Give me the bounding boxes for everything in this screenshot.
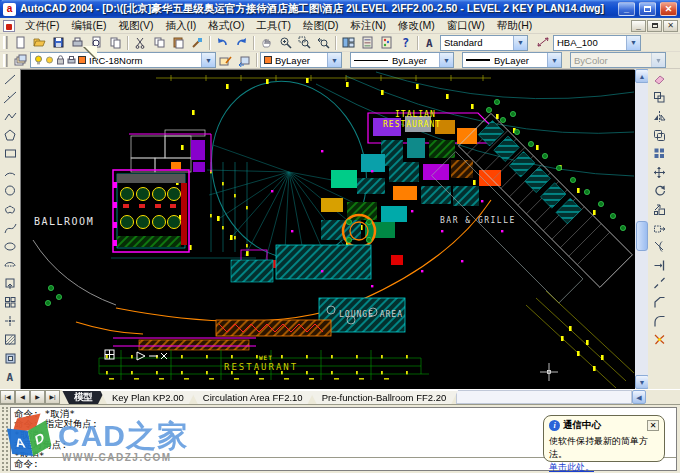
spline-icon[interactable]	[1, 219, 20, 238]
scroll-down-icon[interactable]: ▼	[635, 375, 649, 389]
mtext-icon[interactable]: A	[1, 368, 20, 387]
next-tab-icon[interactable]: ▶	[30, 390, 45, 404]
menu-window[interactable]: 窗口(W)	[441, 18, 491, 34]
undo-icon[interactable]	[213, 35, 232, 51]
lineweight-combo[interactable]: ByLayer ▼	[462, 52, 562, 68]
zoom-previous-icon[interactable]	[314, 35, 333, 51]
explode-icon[interactable]	[650, 330, 669, 349]
properties-icon[interactable]	[358, 35, 377, 51]
child-minimize-icon[interactable]: _	[631, 20, 646, 32]
stretch-icon[interactable]	[650, 219, 669, 238]
tab-model[interactable]: 模型	[62, 390, 105, 404]
pan-icon[interactable]	[257, 35, 276, 51]
vertical-scroll-thumb[interactable]	[636, 221, 648, 251]
tab-circulation-area[interactable]: Circulation Area FF2.10	[191, 390, 315, 404]
menu-modify[interactable]: 修改(M)	[392, 18, 441, 34]
ellipse-arc-icon[interactable]	[1, 256, 20, 275]
menu-format[interactable]: 格式(O)	[202, 18, 250, 34]
layer-previous-icon[interactable]	[235, 52, 254, 68]
command-grip[interactable]	[2, 407, 8, 471]
arc-icon[interactable]	[1, 163, 20, 182]
horizontal-scrollbar[interactable]: ◀	[456, 390, 646, 404]
text-style-combo[interactable]: Standard ▼	[440, 35, 528, 51]
line-icon[interactable]	[1, 70, 20, 89]
horizontal-scroll-track[interactable]	[456, 390, 632, 404]
chamfer-icon[interactable]	[650, 293, 669, 312]
new-icon[interactable]	[11, 35, 30, 51]
text-style-icon[interactable]: A	[421, 35, 440, 51]
revision-cloud-icon[interactable]	[1, 200, 20, 219]
move-icon[interactable]	[650, 163, 669, 182]
menu-draw[interactable]: 绘图(D)	[297, 18, 345, 34]
tab-pre-function-ballroom[interactable]: Pre-function-Ballroom FF2.20	[310, 390, 459, 404]
cut-icon[interactable]	[131, 35, 150, 51]
region-icon[interactable]	[1, 349, 20, 368]
menu-view[interactable]: 视图(V)	[112, 18, 159, 34]
circle-icon[interactable]	[1, 182, 20, 201]
dim-style-icon[interactable]	[534, 35, 553, 51]
make-object-layer-current-icon[interactable]	[216, 52, 235, 68]
vertical-scrollbar[interactable]: ▲ ▼	[634, 69, 648, 389]
paste-icon[interactable]	[169, 35, 188, 51]
hatch-icon[interactable]	[1, 330, 20, 349]
scroll-up-icon[interactable]: ▲	[635, 69, 649, 83]
zoom-window-icon[interactable]	[295, 35, 314, 51]
open-icon[interactable]	[30, 35, 49, 51]
close-icon[interactable]: ✕	[660, 2, 677, 16]
chevron-down-icon[interactable]: ▼	[327, 53, 341, 67]
autocad-app-icon[interactable]: a	[3, 3, 16, 16]
toolbar-grip[interactable]	[3, 36, 8, 49]
menu-insert[interactable]: 插入(I)	[159, 18, 202, 34]
balloon-close-icon[interactable]: ✕	[647, 420, 659, 431]
rectangle-icon[interactable]	[1, 144, 20, 163]
layer-manager-icon[interactable]	[11, 52, 30, 68]
color-combo[interactable]: ByLayer ▼	[260, 52, 342, 68]
layer-combo[interactable]: IRC-18Norm ▼	[30, 52, 216, 68]
menu-help[interactable]: 帮助(H)	[491, 18, 539, 34]
balloon-link[interactable]: 单击此处。	[549, 462, 594, 472]
child-close-icon[interactable]: ✕	[663, 20, 678, 32]
copy-object-icon[interactable]	[650, 89, 669, 108]
dim-style-combo[interactable]: HBA_100 ▼	[553, 35, 641, 51]
menu-dimension[interactable]: 标注(N)	[345, 18, 393, 34]
zoom-realtime-icon[interactable]	[276, 35, 295, 51]
point-icon[interactable]	[1, 312, 20, 331]
redo-icon[interactable]	[232, 35, 251, 51]
first-tab-icon[interactable]: |◀	[0, 390, 15, 404]
menu-tools[interactable]: 工具(T)	[251, 18, 297, 34]
chevron-down-icon[interactable]: ▼	[547, 53, 561, 67]
last-tab-icon[interactable]: ▶|	[45, 390, 60, 404]
erase-icon[interactable]	[650, 70, 669, 89]
construction-line-icon[interactable]	[1, 89, 20, 108]
tool-palettes-icon[interactable]	[377, 35, 396, 51]
insert-block-icon[interactable]	[1, 275, 20, 294]
chevron-down-icon[interactable]: ▼	[201, 53, 215, 67]
extend-icon[interactable]	[650, 256, 669, 275]
polygon-icon[interactable]	[1, 126, 20, 145]
mirror-icon[interactable]	[650, 107, 669, 126]
tab-key-plan[interactable]: Key Plan KP2.00	[100, 390, 196, 404]
save-icon[interactable]	[49, 35, 68, 51]
child-restore-icon[interactable]	[647, 20, 662, 32]
drawing-doc-icon[interactable]	[3, 20, 15, 32]
designcenter-icon[interactable]	[339, 35, 358, 51]
linetype-combo[interactable]: ByLayer ▼	[350, 52, 454, 68]
copy-icon[interactable]	[150, 35, 169, 51]
rotate-icon[interactable]	[650, 182, 669, 201]
scale-icon[interactable]	[650, 200, 669, 219]
scroll-left-icon[interactable]: ◀	[632, 390, 646, 404]
restore-icon[interactable]	[639, 2, 656, 16]
make-block-icon[interactable]	[1, 293, 20, 312]
polyline-icon[interactable]	[1, 107, 20, 126]
chevron-down-icon[interactable]: ▼	[439, 53, 453, 67]
publish-icon[interactable]	[106, 35, 125, 51]
array-icon[interactable]	[650, 144, 669, 163]
ellipse-icon[interactable]	[1, 237, 20, 256]
chevron-down-icon[interactable]: ▼	[513, 36, 527, 50]
prev-tab-icon[interactable]: ◀	[15, 390, 30, 404]
chevron-down-icon[interactable]: ▼	[626, 36, 640, 50]
help-icon[interactable]: ?	[396, 35, 415, 51]
trim-icon[interactable]	[650, 237, 669, 256]
drawing-canvas[interactable]: BALLROOM ITALIAN RESTAURANT BAR & GRILLE…	[20, 69, 634, 389]
menu-file[interactable]: 文件(F)	[19, 18, 65, 34]
